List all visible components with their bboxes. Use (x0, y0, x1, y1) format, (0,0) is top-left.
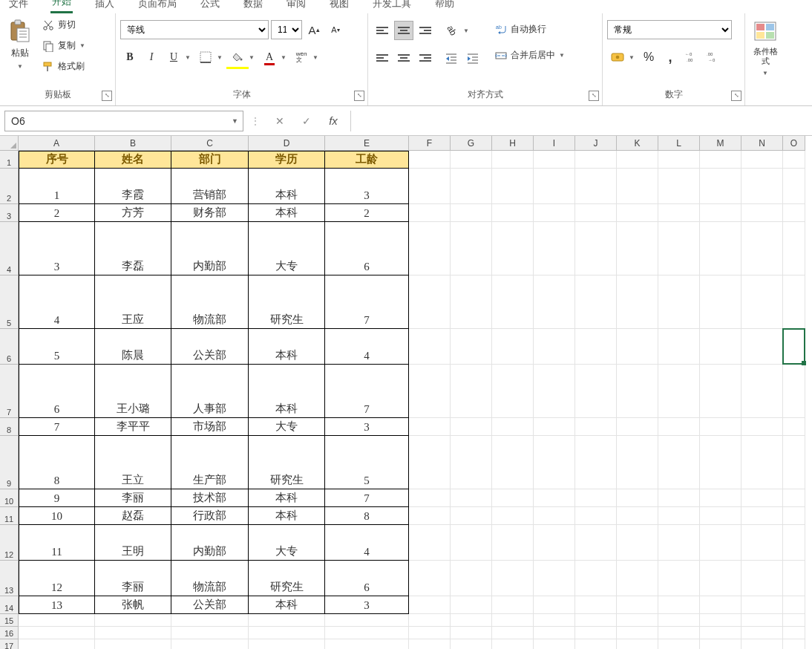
alignment-launcher[interactable]: ⤡ (589, 91, 599, 101)
cell[interactable] (575, 525, 617, 561)
cell[interactable] (783, 614, 805, 627)
table-cell[interactable]: 5 (19, 329, 95, 365)
insert-function-button[interactable]: fx (324, 111, 343, 131)
table-cell[interactable]: 8 (19, 436, 95, 489)
cell[interactable] (741, 222, 783, 275)
wrap-text-button[interactable]: ab 自动换行 (491, 20, 569, 39)
cell[interactable] (249, 627, 325, 639)
cell[interactable] (700, 275, 741, 329)
cell[interactable] (451, 222, 492, 275)
col-header-E[interactable]: E (325, 136, 409, 151)
col-header-J[interactable]: J (575, 136, 617, 151)
cell[interactable] (783, 627, 805, 639)
percent-button[interactable]: % (639, 48, 658, 67)
cell[interactable] (617, 222, 658, 275)
cell[interactable] (575, 169, 617, 204)
cell[interactable] (492, 627, 534, 639)
cell[interactable] (451, 627, 492, 639)
cancel-formula-button[interactable]: ✕ (270, 111, 289, 131)
cut-button[interactable]: 剪切 (39, 16, 89, 34)
cell[interactable] (534, 639, 575, 649)
cell[interactable] (19, 639, 95, 649)
cell[interactable] (492, 489, 534, 507)
cell[interactable] (700, 507, 741, 525)
cell[interactable] (534, 275, 575, 329)
table-cell[interactable]: 内勤部 (171, 525, 249, 561)
menu-tab-2[interactable]: 插入 (94, 0, 116, 13)
cell[interactable] (783, 525, 805, 561)
cell[interactable] (451, 596, 492, 614)
table-cell[interactable]: 9 (19, 489, 95, 507)
cell[interactable] (534, 507, 575, 525)
font-color-button[interactable]: A (260, 48, 279, 67)
merge-center-button[interactable]: 合并后居中 ▼ (491, 46, 569, 65)
cell[interactable] (409, 329, 451, 365)
cell[interactable] (741, 507, 783, 525)
cell[interactable] (658, 627, 700, 639)
cell[interactable] (617, 507, 658, 525)
clipboard-launcher[interactable]: ⤡ (102, 91, 112, 101)
col-header-G[interactable]: G (451, 136, 492, 151)
cell[interactable] (575, 614, 617, 627)
menu-tab-8[interactable]: 开发工具 (371, 0, 413, 13)
cell[interactable] (700, 614, 741, 627)
cell[interactable] (783, 561, 805, 596)
select-all-corner[interactable] (0, 136, 19, 151)
number-format-select[interactable]: 常规 (607, 20, 732, 39)
row-header-8[interactable]: 8 (0, 418, 19, 436)
cell[interactable] (783, 204, 805, 222)
bold-button[interactable]: B (120, 48, 140, 67)
cell[interactable] (658, 639, 700, 649)
row-header-13[interactable]: 13 (0, 561, 19, 596)
table-cell[interactable]: 公关部 (171, 596, 249, 614)
format-painter-button[interactable]: 格式刷 (39, 57, 89, 76)
cell[interactable] (783, 596, 805, 614)
cell[interactable] (658, 561, 700, 596)
cell[interactable] (783, 275, 805, 329)
table-header-cell[interactable]: 序号 (19, 151, 95, 169)
cell[interactable] (741, 169, 783, 204)
table-cell[interactable]: 营销部 (171, 169, 249, 204)
cell[interactable] (409, 489, 451, 507)
cell[interactable] (19, 614, 95, 627)
table-cell[interactable]: 王小璐 (95, 365, 171, 418)
table-cell[interactable]: 7 (325, 365, 409, 418)
cell[interactable] (451, 507, 492, 525)
cell[interactable] (534, 561, 575, 596)
cell[interactable] (741, 275, 783, 329)
increase-decimal-button[interactable]: ←0.00 (682, 48, 701, 67)
cell[interactable] (492, 507, 534, 525)
table-cell[interactable]: 8 (325, 507, 409, 525)
number-launcher[interactable]: ⤡ (731, 91, 741, 101)
cell[interactable] (575, 275, 617, 329)
menu-tab-6[interactable]: 审阅 (285, 0, 307, 13)
copy-button[interactable]: 复制 ▼ (39, 36, 89, 55)
cell[interactable] (492, 436, 534, 489)
fill-color-dropdown[interactable]: ▼ (247, 48, 256, 67)
cell[interactable] (617, 204, 658, 222)
cell[interactable] (741, 627, 783, 639)
cell[interactable] (741, 329, 783, 365)
row-header-5[interactable]: 5 (0, 275, 19, 329)
cell[interactable] (700, 627, 741, 639)
align-bottom-button[interactable] (416, 21, 435, 40)
cell[interactable] (700, 525, 741, 561)
cell[interactable] (741, 365, 783, 418)
cell[interactable] (492, 596, 534, 614)
border-button[interactable] (196, 48, 215, 67)
align-right-button[interactable] (416, 48, 435, 68)
cell[interactable] (409, 151, 451, 169)
cell[interactable] (741, 525, 783, 561)
table-cell[interactable]: 行政部 (171, 507, 249, 525)
accept-formula-button[interactable]: ✓ (297, 111, 316, 131)
cell[interactable] (492, 151, 534, 169)
table-cell[interactable]: 4 (325, 329, 409, 365)
cell[interactable] (741, 596, 783, 614)
cell[interactable] (658, 275, 700, 329)
table-cell[interactable]: 2 (325, 204, 409, 222)
cell[interactable] (617, 639, 658, 649)
menu-tab-4[interactable]: 公式 (199, 0, 221, 13)
cell[interactable] (534, 365, 575, 418)
cell[interactable] (325, 639, 409, 649)
col-header-M[interactable]: M (700, 136, 741, 151)
